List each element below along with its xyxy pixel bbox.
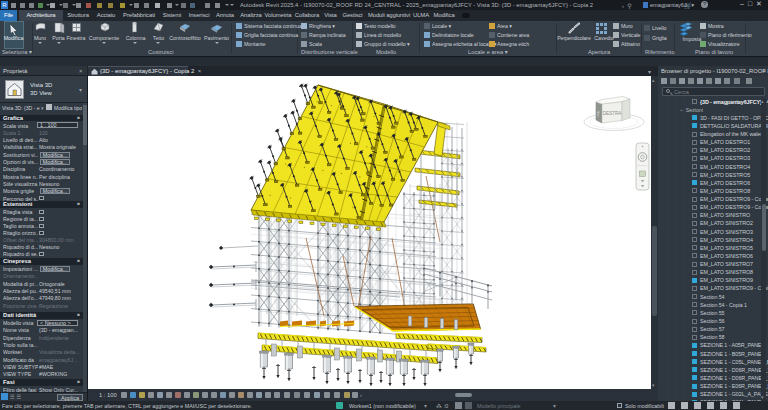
svg-text:DESTRA: DESTRA [603, 111, 623, 116]
